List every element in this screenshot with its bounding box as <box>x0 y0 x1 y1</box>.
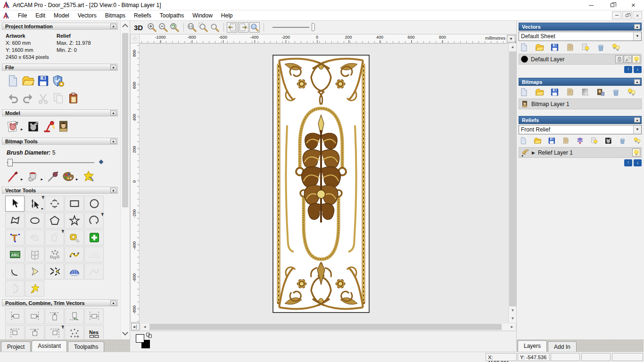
magbox-button[interactable] <box>198 22 208 33</box>
star-button[interactable] <box>65 213 84 229</box>
mirrorarc-button[interactable] <box>5 280 25 296</box>
vertical-scrollbar[interactable]: ▲ ▼ ▼ <box>508 43 516 322</box>
menu-file[interactable]: File <box>14 11 31 20</box>
menu-reliefs[interactable]: Reliefs <box>130 11 156 20</box>
mdi-close-button[interactable]: × <box>633 11 642 19</box>
nes-button[interactable] <box>84 325 104 339</box>
scroll-left-button[interactable]: ◄ <box>141 323 149 330</box>
collapse-button[interactable]: ▲ <box>110 110 116 115</box>
collapse-button[interactable]: ▲ <box>110 24 116 29</box>
cursor-button[interactable] <box>5 196 25 212</box>
aligntop-button[interactable] <box>45 308 64 324</box>
flyout-arrow-icon[interactable]: ▸ <box>76 177 78 181</box>
measure-button[interactable] <box>65 230 84 246</box>
flyout-arrow-icon[interactable]: ▸ <box>21 127 23 132</box>
menu-bitmaps[interactable]: Bitmaps <box>101 11 130 20</box>
relief-combobox[interactable]: Front Relief ▼ <box>519 125 642 134</box>
snapdots-button[interactable] <box>65 325 84 339</box>
folder-icon[interactable] <box>22 74 34 87</box>
pencil-icon[interactable] <box>7 170 19 183</box>
gradientpage-icon[interactable] <box>581 88 590 97</box>
scrollbar-thumb[interactable] <box>149 324 502 330</box>
alignl-button[interactable] <box>5 308 25 324</box>
ellipse-button[interactable] <box>25 213 44 229</box>
doc-icon[interactable] <box>520 136 528 145</box>
chevron-down-icon[interactable]: ▼ <box>633 125 641 134</box>
slider-spinner-icon[interactable] <box>99 160 104 165</box>
scroll-down-button-2[interactable]: ▼ <box>509 315 517 322</box>
trash-icon[interactable] <box>619 136 627 145</box>
folder-icon[interactable] <box>534 136 542 145</box>
pageright-button[interactable] <box>238 22 248 33</box>
collapse-button[interactable]: ▲ <box>634 24 640 29</box>
splinefade-button[interactable] <box>84 263 104 280</box>
tab-assistant[interactable]: Assistant <box>32 340 67 352</box>
minimize-button[interactable] <box>580 0 602 10</box>
bucket-icon[interactable] <box>27 170 40 183</box>
scroll-right-button[interactable]: ► <box>508 323 516 330</box>
link-colours-icon[interactable] <box>146 333 152 337</box>
menu-vectors[interactable]: Vectors <box>74 11 101 20</box>
distort-button[interactable] <box>25 247 44 263</box>
snap-layer-button[interactable] <box>624 55 632 63</box>
menu-edit[interactable]: Edit <box>31 11 50 20</box>
greencross-button[interactable] <box>84 230 104 246</box>
doc-icon[interactable] <box>520 88 528 97</box>
mag11-button[interactable] <box>187 22 197 33</box>
starwiz-button[interactable] <box>25 280 44 296</box>
zoom-slider-handle[interactable] <box>312 23 315 31</box>
alignr-button[interactable] <box>25 308 44 324</box>
menu-toolpaths[interactable]: Toolpaths <box>156 11 188 20</box>
move-layer-down-button[interactable]: ↓ <box>634 159 642 166</box>
alignbottom-button[interactable] <box>65 308 84 324</box>
ttext-button[interactable] <box>5 230 25 246</box>
slider-handle[interactable] <box>8 159 13 166</box>
menu-help[interactable]: Help <box>217 11 237 20</box>
mdi-minimize-button[interactable] <box>612 11 621 19</box>
monapage-icon[interactable] <box>596 88 605 97</box>
collapse-button[interactable]: ▲ <box>110 300 116 305</box>
floppy-icon[interactable] <box>37 74 50 87</box>
trim-button[interactable] <box>45 263 64 280</box>
folder-icon[interactable] <box>535 43 544 52</box>
collapse-button[interactable]: ▲ <box>110 139 116 144</box>
arrowhead-button[interactable] <box>25 263 44 280</box>
teddydark-icon[interactable] <box>27 120 40 133</box>
menu-model[interactable]: Model <box>50 11 74 20</box>
mountains-button[interactable] <box>84 247 104 263</box>
trash-icon[interactable] <box>596 43 605 52</box>
switch-3d-view-button[interactable]: 3D <box>134 24 143 32</box>
primary-colour-swatch[interactable] <box>136 334 144 343</box>
tab-layers[interactable]: Layers <box>518 340 547 352</box>
merge-icon[interactable] <box>566 43 575 52</box>
flyout-arrow-icon[interactable]: ▸ <box>41 206 43 211</box>
magminus-button[interactable] <box>158 22 168 33</box>
mdi-restore-button[interactable] <box>622 11 632 19</box>
mona-icon[interactable] <box>57 120 70 133</box>
flyout-arrow-icon[interactable]: ▸ <box>41 177 43 181</box>
2d-view-canvas[interactable] <box>140 43 508 322</box>
copy-icon[interactable] <box>52 92 65 105</box>
offset-button[interactable]: Ŧ <box>45 230 64 246</box>
move-layer-up-button[interactable]: ↑ <box>624 159 632 166</box>
scroll-down-button[interactable]: ▼ <box>509 307 517 314</box>
aligntc-button[interactable] <box>25 325 44 339</box>
collapse-button[interactable]: ▲ <box>634 79 640 84</box>
floppy-icon[interactable] <box>550 88 559 97</box>
tab-project[interactable]: Project <box>1 341 31 352</box>
scroll-up-button[interactable]: ▲ <box>509 43 517 51</box>
layer-colour-swatch[interactable] <box>521 56 528 63</box>
filletarc-button[interactable] <box>5 263 25 280</box>
shield-icon[interactable] <box>52 74 65 87</box>
aligntr-button[interactable]: Ŧ <box>45 325 64 339</box>
magplus-button[interactable] <box>147 22 157 33</box>
merge-icon[interactable] <box>562 136 570 145</box>
bulbs-icon[interactable] <box>611 43 620 52</box>
menu-window[interactable]: Window <box>188 11 217 20</box>
layer-visibility-button[interactable] <box>632 148 640 156</box>
bitmap-layer-row[interactable]: Bitmap Layer 1 <box>519 99 642 109</box>
slider-track[interactable] <box>7 162 94 163</box>
floppy-icon[interactable] <box>550 43 559 52</box>
arc-button[interactable]: Ŧ <box>84 213 104 229</box>
panel-toggle-button[interactable]: ▸| <box>131 323 140 330</box>
